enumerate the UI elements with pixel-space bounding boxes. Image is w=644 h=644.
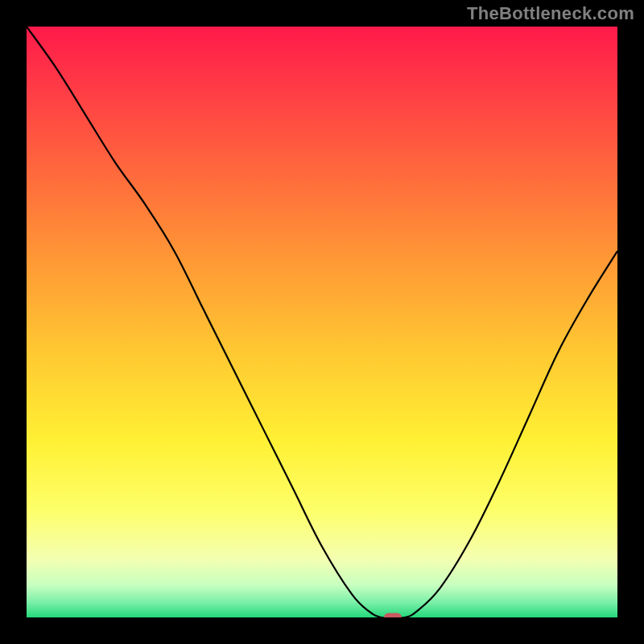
- chart-container: TheBottleneck.com: [0, 0, 644, 644]
- watermark-text: TheBottleneck.com: [467, 3, 634, 24]
- curve-path: [27, 27, 617, 617]
- bottleneck-curve: [27, 27, 617, 617]
- plot-area: [27, 27, 617, 617]
- optimal-point-marker: [384, 613, 402, 618]
